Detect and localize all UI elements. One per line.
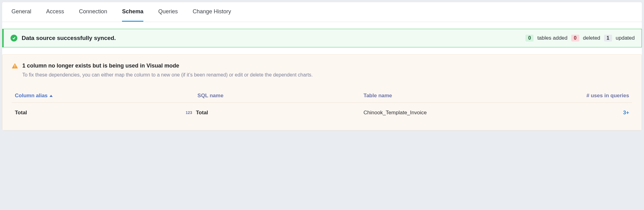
cell-sql-name: 123 Total <box>198 110 363 116</box>
column-header-alias-label: Column alias <box>15 93 48 99</box>
table-row: Total 123 Total Chinook_Template_Invoice… <box>12 103 632 120</box>
sync-success-title: Data source successfully synced. <box>22 35 521 42</box>
cell-table-name: Chinook_Template_Invoice <box>363 110 529 116</box>
tab-connection[interactable]: Connection <box>79 2 107 22</box>
warning-triangle-icon <box>12 63 18 68</box>
tables-deleted-label: deleted <box>583 35 600 41</box>
cell-uses-link[interactable]: 3+ <box>529 110 629 116</box>
warning-header: 1 column no longer exists but is being u… <box>12 63 632 69</box>
cell-sql-name-text: Total <box>196 110 208 116</box>
sync-success-alert: Data source successfully synced. 0 table… <box>2 29 642 47</box>
column-header-uses[interactable]: # uses in queries <box>529 93 629 99</box>
check-circle-icon <box>11 35 17 42</box>
column-header-sql[interactable]: SQL name <box>198 93 363 99</box>
tab-queries[interactable]: Queries <box>158 2 178 22</box>
warning-subtitle: To fix these dependencies, you can eithe… <box>22 72 632 78</box>
tab-bar: General Access Connection Schema Queries… <box>2 2 642 22</box>
tables-added-count: 0 <box>525 35 533 42</box>
tables-updated-label: updated <box>616 35 635 41</box>
column-header-table[interactable]: Table name <box>363 93 529 99</box>
tab-general[interactable]: General <box>11 2 31 22</box>
cell-column-alias: Total <box>15 110 198 116</box>
warning-title: 1 column no longer exists but is being u… <box>22 63 179 69</box>
tab-schema[interactable]: Schema <box>122 2 143 22</box>
tables-added-label: tables added <box>537 35 567 41</box>
tables-updated-count: 1 <box>604 35 612 42</box>
sort-asc-icon <box>50 95 53 97</box>
data-source-panel: General Access Connection Schema Queries… <box>2 2 642 131</box>
tab-change-history[interactable]: Change History <box>193 2 231 22</box>
table-header-row: Column alias SQL name Table name # uses … <box>12 89 632 103</box>
sync-stats: 0 tables added 0 deleted 1 updated <box>525 35 635 42</box>
missing-columns-table: Column alias SQL name Table name # uses … <box>12 89 632 120</box>
missing-column-warning: 1 column no longer exists but is being u… <box>2 54 642 130</box>
column-header-alias[interactable]: Column alias <box>15 93 198 99</box>
numeric-type-icon: 123 <box>186 111 192 115</box>
tables-deleted-count: 0 <box>571 35 579 42</box>
tab-access[interactable]: Access <box>46 2 64 22</box>
